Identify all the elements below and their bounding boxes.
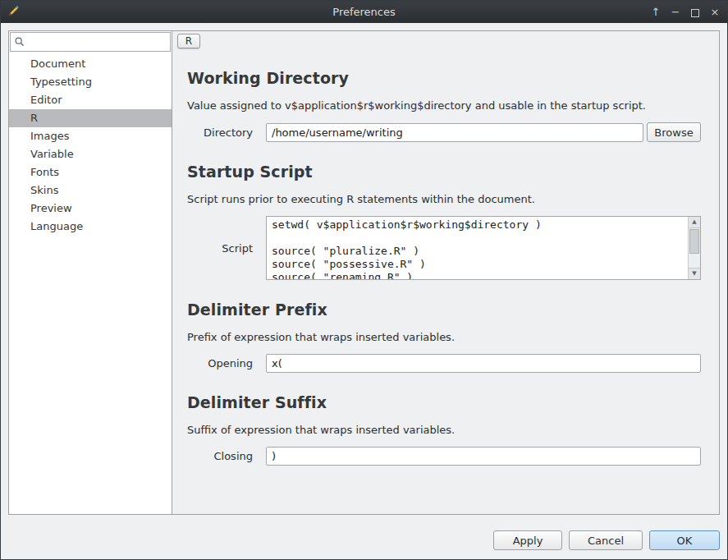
category-sidebar: Document Typesetting Editor R Images Var… [9, 31, 172, 514]
preferences-panel: Document Typesetting Editor R Images Var… [8, 30, 720, 515]
closing-row: Closing [187, 447, 701, 466]
script-row: Script setwd( v$application$r$working$di… [187, 216, 701, 280]
cancel-button[interactable]: Cancel [569, 530, 643, 550]
sidebar-item-editor[interactable]: Editor [9, 91, 172, 109]
category-list: Document Typesetting Editor R Images Var… [9, 55, 172, 236]
sidebar-item-variable[interactable]: Variable [9, 145, 172, 163]
scrollbar-thumb[interactable] [689, 229, 699, 254]
working-directory-heading: Working Directory [187, 69, 701, 87]
opening-row: Opening [187, 354, 701, 373]
search-icon [14, 36, 25, 48]
dialog-body: Document Typesetting Editor R Images Var… [1, 23, 727, 559]
startup-script-heading: Startup Script [187, 163, 701, 181]
apply-button[interactable]: Apply [493, 530, 562, 550]
maximize-icon [691, 9, 699, 17]
script-scrollbar[interactable]: ▲ ▼ [688, 217, 700, 279]
sidebar-item-language[interactable]: Language [9, 218, 172, 236]
breadcrumb-r[interactable]: R [177, 34, 200, 48]
search-input[interactable] [29, 35, 167, 49]
scroll-down-icon[interactable]: ▼ [689, 268, 700, 279]
opening-input[interactable] [266, 354, 701, 373]
sidebar-item-fonts[interactable]: Fonts [9, 163, 172, 181]
window-title: Preferences [1, 1, 727, 23]
sidebar-item-typesetting[interactable]: Typesetting [9, 73, 172, 91]
close-button[interactable]: × [705, 1, 725, 23]
closing-input[interactable] [266, 447, 701, 466]
maximize-button[interactable] [685, 1, 705, 23]
ok-button[interactable]: OK [649, 530, 720, 550]
startup-script-description: Script runs prior to executing R stateme… [187, 193, 701, 205]
delimiter-prefix-heading: Delimiter Prefix [187, 301, 701, 319]
window-controls: ↑ − × [646, 1, 725, 23]
closing-label: Closing [187, 450, 266, 462]
opening-label: Opening [187, 357, 266, 370]
directory-label: Directory [187, 126, 266, 139]
directory-row: Directory Browse [187, 122, 701, 142]
delimiter-suffix-description: Suffix of expression that wraps inserted… [187, 424, 701, 436]
browse-button[interactable]: Browse [647, 122, 701, 142]
keep-above-button[interactable]: ↑ [646, 1, 666, 23]
delimiter-suffix-heading: Delimiter Suffix [187, 393, 701, 411]
directory-input[interactable] [266, 123, 643, 142]
sidebar-item-preview[interactable]: Preview [9, 200, 172, 218]
sidebar-item-r[interactable]: R [9, 109, 172, 127]
preferences-window: Preferences ↑ − × Document Types [0, 0, 728, 560]
working-directory-description: Value assigned to v$application$r$workin… [187, 99, 701, 112]
script-editor: setwd( v$application$r$working$directory… [266, 216, 701, 280]
scroll-up-icon[interactable]: ▲ [689, 217, 700, 228]
script-label: Script [187, 242, 266, 255]
delimiter-prefix-description: Prefix of expression that wraps inserted… [187, 331, 701, 343]
search-box[interactable] [10, 32, 171, 52]
titlebar: Preferences ↑ − × [1, 1, 727, 23]
sidebar-item-images[interactable]: Images [9, 127, 172, 145]
sidebar-item-skins[interactable]: Skins [9, 181, 172, 200]
settings-content: R Working Directory Value assigned to v$… [172, 31, 719, 514]
script-textarea[interactable]: setwd( v$application$r$working$directory… [267, 217, 688, 279]
minimize-button[interactable]: − [666, 1, 685, 23]
sidebar-item-document[interactable]: Document [9, 55, 172, 73]
dialog-footer: Apply Cancel OK [8, 515, 720, 559]
